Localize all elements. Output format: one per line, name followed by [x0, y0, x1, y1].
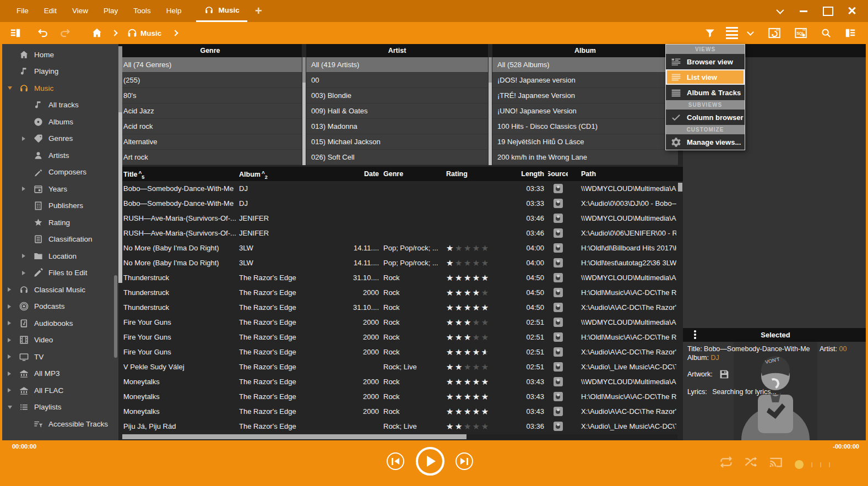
volume-knob[interactable]: [795, 460, 804, 469]
rating-stars[interactable]: ★★★★★★★★★★: [446, 285, 490, 300]
browser-row[interactable]: ¡TRÉ! Japanese Version: [492, 88, 678, 103]
sidebar-item-all-tracks[interactable]: All tracks: [0, 97, 118, 114]
rating-stars[interactable]: ★★★★★★★★★★: [446, 241, 490, 255]
sidebar-item-audiobooks[interactable]: Audiobooks: [0, 315, 118, 332]
column-header-title[interactable]: Title^5: [123, 167, 236, 181]
menu-item-manage-views-[interactable]: Manage views...: [666, 134, 745, 150]
menu-file[interactable]: File: [9, 0, 36, 22]
chevron-collapsed-icon[interactable]: [8, 354, 11, 359]
sidebar-item-playlists[interactable]: Playlists: [0, 399, 118, 416]
rating-stars[interactable]: ★★★★★★★★★★: [446, 300, 490, 315]
track-row[interactable]: No More (Baby I'ma Do Right)3LW14.11....…: [118, 255, 683, 270]
sidebar-item-years[interactable]: Years: [0, 181, 118, 198]
menu-item-column-browser[interactable]: Column browser: [666, 110, 745, 125]
menu-item-browser-view[interactable]: Browser view: [666, 54, 745, 69]
column-header-album[interactable]: Album^2: [239, 167, 326, 181]
column-header-path[interactable]: Path: [581, 167, 676, 181]
browser-row[interactable]: 003) Blondie: [306, 88, 488, 103]
sidebar-item-tv[interactable]: TV: [0, 348, 118, 365]
column-header-rating[interactable]: Rating: [446, 167, 501, 181]
breadcrumb-home[interactable]: [86, 22, 108, 44]
track-row[interactable]: No More (Baby I'ma Do Right)3LW14.11....…: [118, 241, 683, 255]
browser-row[interactable]: All (419 Artists): [306, 57, 488, 73]
track-row[interactable]: Piju Já, Piju RádThe Razor's EdgeRock; L…: [118, 419, 683, 434]
sidebar-item-publishers[interactable]: Publishers: [0, 198, 118, 215]
rating-stars[interactable]: ★★★★★★★★★★: [446, 255, 490, 270]
sidebar-item-all-mp3[interactable]: All MP3: [0, 365, 118, 383]
views-dropdown-button[interactable]: [743, 32, 758, 35]
sidebar-item-video[interactable]: Video: [0, 332, 118, 349]
browser-row[interactable]: 80's: [118, 88, 302, 103]
menu-item-list-view[interactable]: List view: [666, 69, 745, 85]
sidebar-item-files-to-edit[interactable]: Files to Edit: [0, 265, 118, 282]
menu-view[interactable]: View: [64, 0, 96, 22]
browser-row[interactable]: 009) Hall & Oates: [306, 103, 488, 119]
rating-stars[interactable]: ★★★★★★★★★★: [446, 404, 490, 419]
repeat-button[interactable]: [719, 455, 734, 469]
chevron-collapsed-icon[interactable]: [22, 254, 25, 258]
track-row[interactable]: ThunderstruckThe Razor's Edge31.10....Ro…: [118, 270, 683, 285]
column-header-genre[interactable]: Genre: [383, 167, 445, 181]
track-row[interactable]: MoneytalksThe Razor's Edge2000Rock★★★★★★…: [118, 404, 683, 419]
chevron-collapsed-icon[interactable]: [22, 136, 25, 141]
browser-row[interactable]: 00: [306, 73, 488, 88]
browser-row[interactable]: 200 km/h in the Wrong Lane: [492, 150, 678, 165]
kebab-menu-icon[interactable]: [694, 330, 696, 339]
browser-row[interactable]: Acid Jazz: [118, 103, 302, 119]
play-button[interactable]: [416, 447, 444, 476]
browser-left-scrollbar[interactable]: [118, 46, 122, 283]
view-options-button[interactable]: [721, 27, 743, 40]
browser-row[interactable]: 013) Madonna: [306, 119, 488, 134]
rating-stars[interactable]: ★★★★★★★★★★: [446, 359, 490, 374]
album-link[interactable]: DJ: [710, 354, 719, 362]
rating-stars[interactable]: ★★★★★★★★★★: [446, 345, 490, 359]
sidebar-item-albums[interactable]: Albums: [0, 113, 118, 130]
sidebar-item-rating[interactable]: Rating: [0, 214, 118, 231]
chevron-collapsed-icon[interactable]: [8, 372, 11, 376]
new-tab-button[interactable]: +: [247, 4, 270, 18]
sidebar-item-playing[interactable]: Playing: [0, 63, 118, 80]
track-row[interactable]: MoneytalksThe Razor's Edge2000Rock★★★★★★…: [118, 374, 683, 389]
track-row[interactable]: RUSH—Ave-Maria-(Survivors-Of-...JENIFER0…: [118, 226, 683, 241]
menu-play[interactable]: Play: [96, 0, 126, 22]
menu-help[interactable]: Help: [159, 0, 189, 22]
track-row[interactable]: Fire Your GunsThe Razor's Edge2000Rock★★…: [118, 330, 683, 345]
chevron-expanded-icon[interactable]: [8, 86, 12, 90]
browser-row[interactable]: 19 Největších Hitů O Lásce: [492, 134, 678, 150]
minimize-button[interactable]: [793, 3, 814, 19]
tracklist-vertical-scrollbar[interactable]: [678, 183, 682, 192]
shuffle-button[interactable]: [744, 455, 758, 469]
sql-query-button[interactable]: SQL: [789, 26, 813, 40]
maximize-button[interactable]: [817, 3, 838, 19]
browser-row[interactable]: ¡UNO! Japanese Version: [492, 103, 678, 119]
filter-button[interactable]: [699, 27, 721, 39]
track-row[interactable]: Fire Your GunsThe Razor's Edge2000Rock★★…: [118, 315, 683, 330]
browser-row[interactable]: Art rock: [118, 150, 302, 165]
previous-button[interactable]: [387, 452, 404, 470]
chevron-collapsed-icon[interactable]: [8, 304, 11, 309]
browser-row[interactable]: 100 Hits - Disco Classics (CD1): [492, 119, 678, 134]
auto-organize-button[interactable]: [762, 26, 786, 40]
cast-button[interactable]: [768, 455, 783, 469]
track-row[interactable]: Fire Your GunsThe Razor's Edge2000Rock★★…: [118, 345, 683, 359]
chevron-collapsed-icon[interactable]: [8, 287, 11, 292]
browser-column-scrollbar[interactable]: [488, 44, 492, 165]
toggle-sidebar-button[interactable]: [4, 22, 26, 44]
sidebar-item-home[interactable]: Home: [0, 46, 118, 63]
tab-music[interactable]: Music: [196, 0, 247, 22]
next-button[interactable]: [455, 452, 473, 470]
layout-button[interactable]: [839, 27, 861, 39]
column-header-date[interactable]: Date: [328, 167, 379, 181]
undo-button[interactable]: [32, 22, 54, 44]
browser-row[interactable]: All (74 Genres): [118, 57, 302, 73]
browser-column-scrollbar[interactable]: [302, 44, 306, 165]
browser-column-header[interactable]: Album: [492, 44, 678, 57]
sidebar-item-podcasts[interactable]: Podcasts: [0, 298, 118, 315]
track-row[interactable]: ThunderstruckThe Razor's Edge2000Rock★★★…: [118, 285, 683, 300]
browser-row[interactable]: ¡DOS! Japanese version: [492, 73, 678, 88]
rating-stars[interactable]: ★★★★★★★★★★: [446, 419, 490, 434]
collapse-ribbon-button[interactable]: [769, 3, 790, 19]
browser-row[interactable]: (255): [118, 73, 302, 88]
column-header-source[interactable]: Source: [548, 167, 568, 181]
browser-row[interactable]: 015) Michael Jackson: [306, 134, 488, 150]
